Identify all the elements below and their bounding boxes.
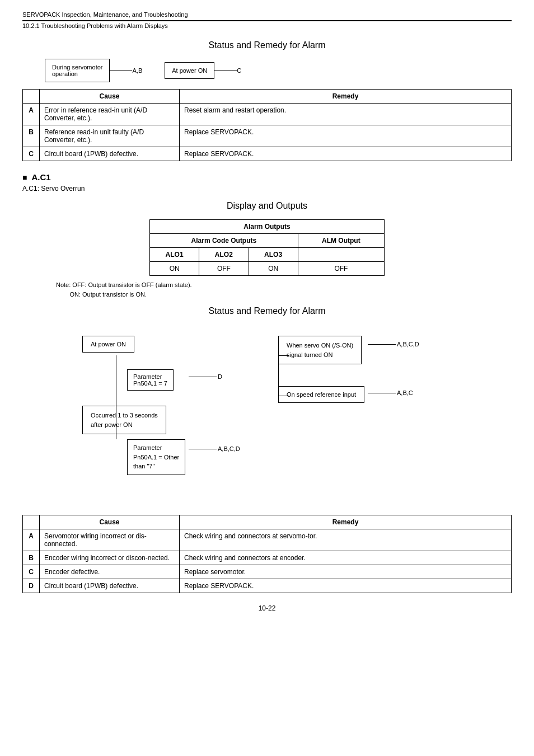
table-row: B Encoder wiring incorrect or discon-nec… xyxy=(23,551,512,565)
h-line-right-bottom xyxy=(278,396,289,396)
diag-box-servo-on: When servo ON (/S-ON)signal turned ON xyxy=(278,336,362,364)
h-line-right-top xyxy=(278,355,289,356)
row-id: D xyxy=(23,579,40,593)
alarm-code-outputs-header: Alarm Code Outputs xyxy=(150,234,298,248)
alm-output-header: ALM Output xyxy=(298,234,384,248)
alo3-value: ON xyxy=(249,262,298,276)
alarm-outputs-table: Alarm Outputs Alarm Code Outputs ALM Out… xyxy=(149,219,385,276)
flow-box-operation-text: During servomotoroperation xyxy=(52,64,102,77)
col2-remedy-header: Remedy xyxy=(180,515,512,529)
row-remedy: Check wiring and connectors at encoder. xyxy=(180,551,512,565)
alarm-ac1-code: A.C1 xyxy=(31,172,50,182)
row-id: B xyxy=(23,125,40,147)
alm-value: OFF xyxy=(298,262,384,276)
notes-container: Note: OFF: Output transistor is OFF (ala… xyxy=(56,281,512,298)
row-id: B xyxy=(23,551,40,565)
row-cause: Servomotor wiring incorrect or dis-conne… xyxy=(40,529,180,551)
alo1-header: ALO1 xyxy=(150,248,199,262)
diag-label-ABCD2: A,B,C,D xyxy=(397,341,419,348)
sub-header: 10.2.1 Troubleshooting Problems with Ala… xyxy=(22,22,512,29)
row-remedy: Replace SERVOPACK. xyxy=(180,125,512,147)
alarm-outputs-table-wrapper: Alarm Outputs Alarm Code Outputs ALM Out… xyxy=(149,219,385,276)
first-table: Cause Remedy A Error in reference read-i… xyxy=(22,89,512,161)
diag-box-power-on: At power ON xyxy=(82,336,134,353)
flow-box-power: At power ON xyxy=(165,62,214,79)
row-cause: Circuit board (1PWB) defective. xyxy=(40,147,180,161)
flow-label-ab: A,B xyxy=(132,67,142,74)
row-remedy: Reset alarm and restart operation. xyxy=(180,104,512,125)
col-remedy-header: Remedy xyxy=(180,90,512,104)
alo2-header: ALO2 xyxy=(199,248,249,262)
h-line-2 xyxy=(214,71,237,71)
table-row: B Reference read-in unit faulty (A/D Con… xyxy=(23,125,512,147)
v-line-continued xyxy=(116,406,116,439)
display-outputs-title: Display and Outputs xyxy=(22,201,512,211)
diag-box-occurred: Occurred 1 to 3 secondsafter power ON xyxy=(82,406,166,434)
alarm-ac1-desc: A.C1: Servo Overrun xyxy=(22,185,512,192)
col2-id-header xyxy=(23,515,40,529)
col-cause-header: Cause xyxy=(40,90,180,104)
h-line-speed-ref xyxy=(368,393,396,393)
footer: 10-22 xyxy=(22,604,512,612)
h-line-param2 xyxy=(189,449,217,449)
row-remedy: Replace SERVOPACK. xyxy=(180,579,512,593)
flow-label-c: C xyxy=(237,67,241,74)
alo1-value: ON xyxy=(150,262,199,276)
diag-label-D: D xyxy=(218,373,222,380)
flow-line-2: C xyxy=(214,67,241,74)
row-id: A xyxy=(23,104,40,125)
row-cause: Encoder defective. xyxy=(40,565,180,579)
table-row: C Circuit board (1PWB) defective. Replac… xyxy=(23,147,512,161)
note-2: ON: Output transistor is ON. xyxy=(56,291,512,298)
page-number: 10-22 xyxy=(259,604,276,612)
flow-box-operation: During servomotoroperation xyxy=(45,59,110,82)
h-line-param1 xyxy=(189,377,217,377)
diag-box-param2: ParameterPn50A.1 = Otherthan "7" xyxy=(127,439,185,475)
note-1: Note: OFF: Output transistor is OFF (ala… xyxy=(56,281,512,288)
alarm-ac1-title: A.C1 xyxy=(22,172,512,182)
table-row: D Circuit board (1PWB) defective. Replac… xyxy=(23,579,512,593)
row-remedy: Replace servomotor. xyxy=(180,565,512,579)
flow-box-power-text: At power ON xyxy=(172,67,207,74)
table-row: A Error in reference read-in unit (A/D C… xyxy=(23,104,512,125)
diag-label-ABC: A,B,C xyxy=(397,389,413,396)
row-id: C xyxy=(23,565,40,579)
second-table: Cause Remedy A Servomotor wiring incorre… xyxy=(22,515,512,593)
row-id: A xyxy=(23,529,40,551)
diag-box-param1: ParameterPn50A.1 = 7 xyxy=(127,369,174,391)
h-line-servo xyxy=(368,344,396,345)
alo2-value: OFF xyxy=(199,262,249,276)
row-remedy: Replace SERVOPACK. xyxy=(180,147,512,161)
header-title: SERVOPACK Inspection, Maintenance, and T… xyxy=(22,11,512,18)
complex-diagram: At power ON ParameterPn50A.1 = 7 D Occur… xyxy=(71,325,463,509)
diag-box-speed-ref: On speed reference input xyxy=(278,386,364,403)
row-remedy: Check wiring and connectors at servomo-t… xyxy=(180,529,512,551)
second-table-wrapper: Cause Remedy A Servomotor wiring incorre… xyxy=(22,515,512,593)
table-row: A Servomotor wiring incorrect or dis-con… xyxy=(23,529,512,551)
alm-output-col xyxy=(298,248,384,262)
col2-cause-header: Cause xyxy=(40,515,180,529)
second-section-title: Status and Remedy for Alarm xyxy=(22,306,512,316)
table-row: C Encoder defective. Replace servomotor. xyxy=(23,565,512,579)
diag-label-ABCD1: A,B,C,D xyxy=(218,445,240,452)
alo3-header: ALO3 xyxy=(249,248,298,262)
first-section-title: Status and Remedy for Alarm xyxy=(22,40,512,50)
row-id: C xyxy=(23,147,40,161)
h-line-1 xyxy=(110,71,132,71)
first-flow-diagram: During servomotoroperation A,B At power … xyxy=(45,59,512,82)
v-line-right xyxy=(278,355,279,396)
alarm-outputs-header: Alarm Outputs xyxy=(150,220,385,234)
col-id-header xyxy=(23,90,40,104)
first-table-wrapper: Cause Remedy A Error in reference read-i… xyxy=(22,89,512,161)
row-cause: Reference read-in unit faulty (A/D Conve… xyxy=(40,125,180,147)
flow-line-1: A,B xyxy=(110,67,142,74)
v-line-main xyxy=(116,355,116,406)
header-section: SERVOPACK Inspection, Maintenance, and T… xyxy=(22,11,512,21)
row-cause: Error in reference read-in unit (A/D Con… xyxy=(40,104,180,125)
row-cause: Encoder wiring incorrect or discon-necte… xyxy=(40,551,180,565)
row-cause: Circuit board (1PWB) defective. xyxy=(40,579,180,593)
